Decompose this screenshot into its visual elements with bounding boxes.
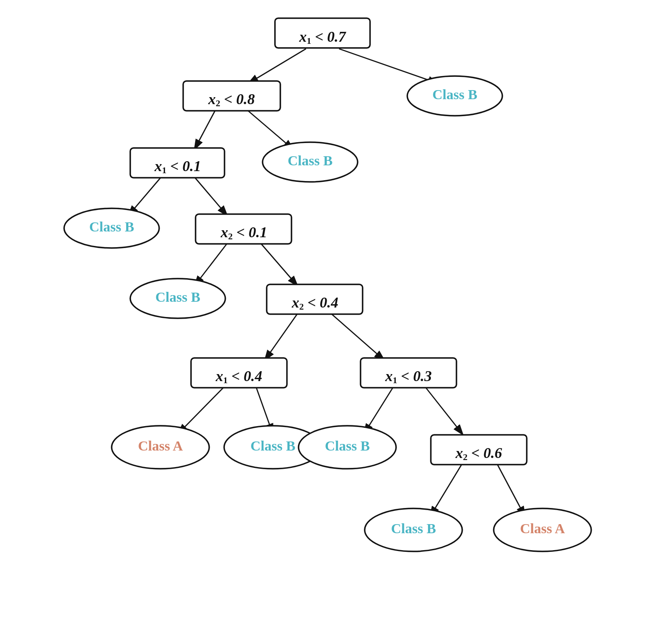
svg-text:x1 < 0.4: x1 < 0.4	[215, 368, 263, 385]
edge-n11-n15	[426, 388, 463, 435]
svg-text:x2 < 0.1: x2 < 0.1	[220, 224, 268, 241]
edge-n1-n3	[339, 49, 438, 83]
node-n12: Class A	[112, 426, 209, 469]
svg-text:x1 < 0.7: x1 < 0.7	[299, 29, 347, 46]
node-n15: x2 < 0.6	[431, 435, 527, 465]
node-n17: Class A	[494, 508, 591, 551]
edge-n15-n16	[430, 462, 463, 517]
node-n14: Class B	[299, 426, 396, 469]
edge-n7-n9	[260, 243, 298, 286]
edge-n9-n11	[331, 313, 385, 360]
svg-text:Class B: Class B	[325, 438, 370, 453]
node-n3: Class B	[407, 76, 502, 116]
edge-n15-n17	[496, 462, 525, 517]
node-n4: x1 < 0.1	[130, 148, 225, 178]
node-n7: x2 < 0.1	[196, 214, 291, 244]
svg-text:Class B: Class B	[251, 438, 296, 453]
node-n10: x1 < 0.4	[191, 358, 287, 388]
svg-text:Class B: Class B	[89, 219, 134, 234]
node-n9: x2 < 0.4	[267, 284, 363, 314]
node-n11: x1 < 0.3	[361, 358, 456, 388]
svg-text:Class A: Class A	[520, 521, 565, 536]
node-n1: x1 < 0.7	[275, 18, 370, 48]
edge-n4-n7	[194, 177, 227, 216]
svg-text:Class A: Class A	[138, 438, 183, 453]
edge-n1-n2	[248, 49, 306, 83]
edge-n7-n8	[194, 243, 227, 286]
svg-text:Class B: Class B	[391, 521, 436, 536]
node-n8: Class B	[130, 279, 225, 318]
svg-text:x2 < 0.4: x2 < 0.4	[291, 294, 339, 312]
svg-text:Class B: Class B	[155, 289, 201, 305]
edge-n10-n12	[178, 388, 223, 434]
svg-text:x1 < 0.3: x1 < 0.3	[385, 368, 432, 385]
svg-text:Class B: Class B	[432, 87, 478, 102]
svg-text:x2 < 0.8: x2 < 0.8	[208, 91, 255, 108]
svg-text:x1 < 0.1: x1 < 0.1	[154, 158, 201, 175]
node-n2: x2 < 0.8	[183, 81, 280, 111]
node-n5: Class B	[263, 142, 358, 182]
node-n6: Class B	[64, 208, 159, 248]
svg-text:Class B: Class B	[288, 153, 333, 168]
edge-n2-n5	[248, 111, 294, 150]
edge-n2-n4	[194, 111, 215, 150]
edge-n9-n10	[265, 313, 298, 360]
svg-text:x2 < 0.6: x2 < 0.6	[455, 445, 502, 462]
node-n16: Class B	[365, 508, 462, 551]
